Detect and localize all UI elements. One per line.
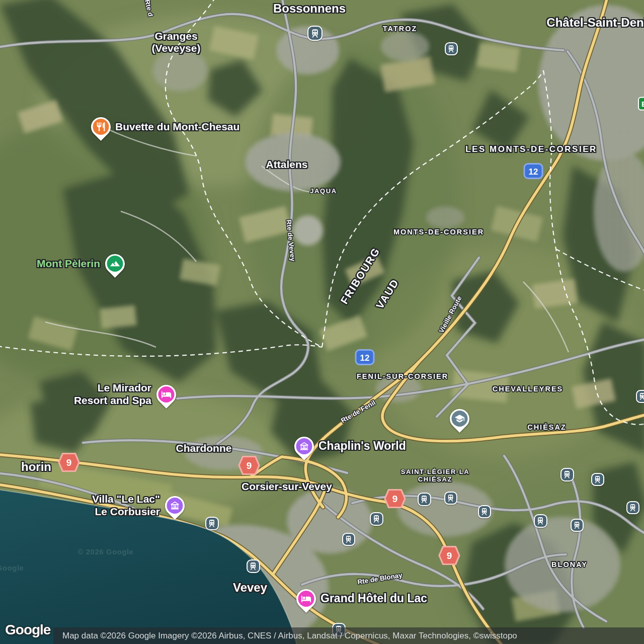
grand-hotel-du-lac-pin[interactable] [296, 589, 316, 613]
svg-text:M: M [302, 445, 305, 449]
train-station-icon[interactable] [534, 514, 547, 528]
train-station-icon[interactable] [418, 493, 431, 506]
train-station-icon[interactable] [571, 519, 584, 532]
train-station-icon[interactable] [626, 501, 639, 514]
attribution-text: Map data ©2026 Google Imagery ©2026 Airb… [62, 631, 517, 641]
satellite-basemap [0, 0, 644, 644]
train-station-icon[interactable] [560, 468, 574, 481]
mont-pelerin-pin[interactable] [105, 254, 125, 278]
train-station-icon[interactable] [445, 42, 458, 55]
villa-le-lac-le-corbusier-label[interactable]: Villa "Le Lac"Le Corbusier [92, 493, 160, 518]
train-station-icon[interactable] [636, 390, 644, 403]
train-station-icon[interactable] [444, 492, 457, 505]
train-station-icon[interactable] [342, 533, 355, 546]
chaplins-world-label[interactable]: Chaplin's World [318, 439, 406, 453]
google-logo: Google [5, 622, 50, 638]
train-station-icon[interactable] [247, 559, 260, 573]
attribution-bar: Map data ©2026 Google Imagery ©2026 Airb… [53, 627, 644, 644]
school-saint-legier-pin[interactable] [449, 409, 470, 433]
train-station-icon[interactable] [591, 473, 604, 486]
buvette-du-mont-chesau-pin[interactable] [91, 117, 111, 141]
quarry-area [293, 215, 323, 246]
chaplins-world-pin[interactable]: M [294, 436, 314, 461]
train-station-icon[interactable] [478, 505, 491, 518]
train-station-icon[interactable] [307, 26, 323, 41]
le-mirador-resort-and-spa-label[interactable]: Le MiradorResort and Spa [74, 382, 151, 407]
map-viewport[interactable]: © 2026 Google© 2026 Google Rte de VeveyR… [0, 0, 644, 644]
le-mirador-resort-and-spa-pin[interactable] [156, 384, 177, 409]
villa-le-lac-le-corbusier-pin[interactable]: M [165, 496, 185, 520]
train-station-icon[interactable] [205, 517, 219, 530]
train-station-icon[interactable] [370, 512, 383, 526]
grand-hotel-du-lac-label[interactable]: Grand Hôtel du Lac [320, 592, 427, 605]
svg-text:M: M [173, 504, 176, 509]
mont-pelerin-label[interactable]: Mont Pèlerin [37, 258, 100, 270]
buvette-du-mont-chesau-label[interactable]: Buvette du Mont-Chesau [115, 121, 239, 133]
